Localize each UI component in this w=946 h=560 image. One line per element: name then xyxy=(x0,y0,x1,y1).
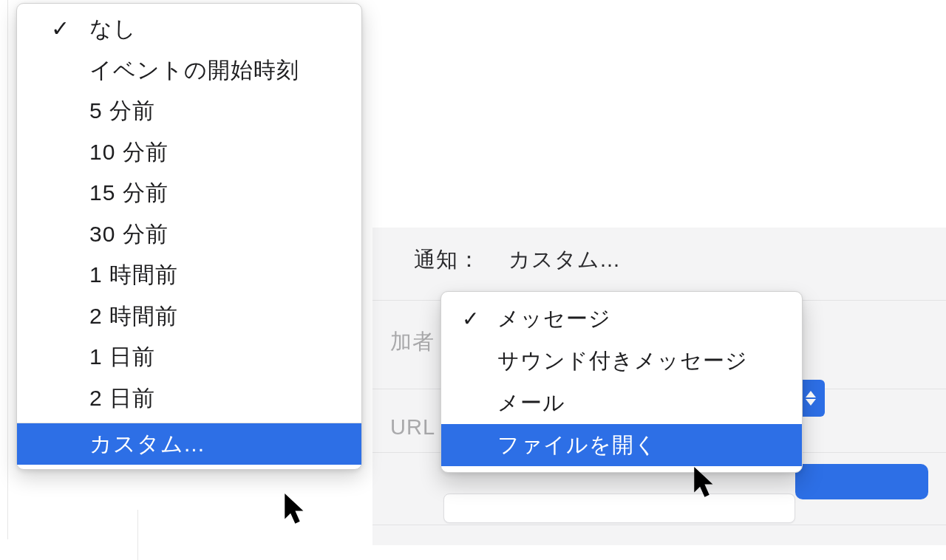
menu-item-label: 1 時間前 xyxy=(89,262,178,287)
menu-item-email[interactable]: メール xyxy=(441,382,802,424)
url-field-label-partial: URL xyxy=(390,415,435,440)
menu-item-10-min[interactable]: 10 分前 xyxy=(17,132,361,173)
menu-item-label: なし xyxy=(89,16,137,41)
menu-item-label: カスタム... xyxy=(89,431,205,456)
checkmark-icon: ✓ xyxy=(462,298,480,340)
alert-time-dropdown[interactable]: ✓ なし イベントの開始時刻 5 分前 10 分前 15 分前 30 分前 1 … xyxy=(16,3,362,470)
chevron-down-icon xyxy=(806,399,816,406)
divider xyxy=(372,525,946,525)
menu-item-label: メッセージ xyxy=(497,307,611,330)
hidden-select-row xyxy=(443,494,795,523)
confirm-button-partial[interactable] xyxy=(795,464,928,499)
menu-item-label: 2 時間前 xyxy=(89,304,178,328)
menu-item-label: 2 日前 xyxy=(89,386,155,410)
menu-item-label: 15 分前 xyxy=(89,180,169,205)
menu-item-label: メール xyxy=(497,391,565,414)
menu-item-label: 1 日前 xyxy=(89,344,155,369)
bg-guide-line xyxy=(7,0,8,539)
menu-item-1-hour[interactable]: 1 時間前 xyxy=(17,254,361,296)
menu-item-2-days[interactable]: 2 日前 xyxy=(17,378,361,419)
notification-field-label: 通知： xyxy=(414,245,480,275)
menu-item-message-with-sound[interactable]: サウンド付きメッセージ xyxy=(441,340,802,382)
menu-item-label: イベントの開始時刻 xyxy=(89,58,299,82)
checkmark-icon: ✓ xyxy=(51,8,70,49)
menu-item-label: 30 分前 xyxy=(89,222,169,246)
mouse-cursor-icon xyxy=(284,494,309,526)
bg-guide-line xyxy=(137,510,138,560)
menu-item-open-file[interactable]: ファイルを開く xyxy=(441,424,802,466)
menu-item-1-day[interactable]: 1 日前 xyxy=(17,336,361,378)
menu-item-label: サウンド付きメッセージ xyxy=(497,349,748,372)
alert-type-dropdown[interactable]: ✓ メッセージ サウンド付きメッセージ メール ファイルを開く xyxy=(440,291,803,473)
menu-item-at-start[interactable]: イベントの開始時刻 xyxy=(17,49,361,91)
menu-item-2-hours[interactable]: 2 時間前 xyxy=(17,296,361,337)
menu-item-custom[interactable]: カスタム... xyxy=(17,423,361,465)
svg-marker-0 xyxy=(285,494,303,524)
menu-item-label: 5 分前 xyxy=(89,98,155,123)
menu-item-label: ファイルを開く xyxy=(497,433,657,457)
menu-item-none[interactable]: ✓ なし xyxy=(17,8,361,49)
chevron-up-icon xyxy=(806,391,816,397)
menu-item-15-min[interactable]: 15 分前 xyxy=(17,172,361,214)
menu-item-30-min[interactable]: 30 分前 xyxy=(17,214,361,255)
menu-item-5-min[interactable]: 5 分前 xyxy=(17,90,361,132)
notification-field-value[interactable]: カスタム... xyxy=(508,245,620,275)
menu-item-message[interactable]: ✓ メッセージ xyxy=(441,298,802,340)
menu-item-label: 10 分前 xyxy=(89,140,169,164)
attendee-field-label-partial: 加者 xyxy=(390,327,435,357)
